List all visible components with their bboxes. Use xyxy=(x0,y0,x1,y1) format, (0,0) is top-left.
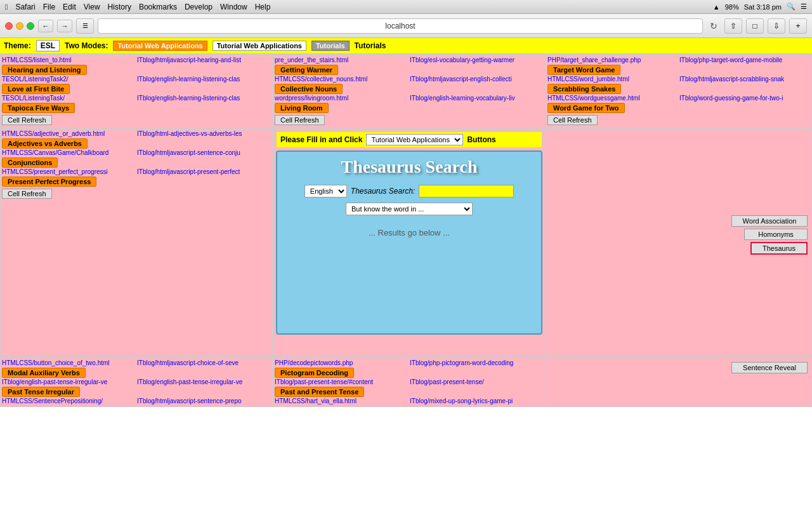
right-label-3: Word Game for Two xyxy=(547,102,810,114)
left2-link-2a[interactable]: HTMLCSS/Canvas/Game/Chalkboard xyxy=(2,149,136,156)
bot-mid-link-2a[interactable]: ITblog/past-present-tense/#content xyxy=(275,378,409,385)
left-link-1a[interactable]: HTMLCSS/listen_to.html xyxy=(2,57,136,64)
right-link-2a[interactable]: HTMLCSS/word_jumble.html xyxy=(547,76,678,83)
bookmarks-menu[interactable]: Bookmarks xyxy=(139,3,177,11)
bot-left-link-2a[interactable]: ITblog/english-past-tense-irregular-ve xyxy=(2,378,136,385)
bot-mid-row-3: HTMLCSS/hart_via_ella.html ITblog/mixed-… xyxy=(275,398,544,404)
theme-bar: Theme: ESL Two Modes: Tutorial Web Appli… xyxy=(0,38,812,54)
safari-menu[interactable]: Safari xyxy=(15,3,35,11)
develop-menu[interactable]: Develop xyxy=(185,3,213,11)
love-first-bite-btn[interactable]: Love at First Bite xyxy=(2,84,70,94)
download-button[interactable]: ⇩ xyxy=(768,18,785,34)
buttons-label: Buttons xyxy=(467,135,495,144)
menu-icon[interactable]: ☰ xyxy=(801,3,807,11)
right-refresh-btn[interactable]: Cell Refresh xyxy=(547,115,598,125)
living-room-btn[interactable]: Living Room xyxy=(275,103,329,113)
modes-value2[interactable]: Tutorial Web Applications xyxy=(213,41,306,51)
tapioca-btn[interactable]: Tapioca Five Ways xyxy=(2,103,75,113)
bot-mid-link-1b[interactable]: ITblog/php-pictogram-word-decoding xyxy=(410,359,544,366)
bot-left-row-2: ITblog/english-past-tense-irregular-ve I… xyxy=(2,378,271,385)
left2-label-3: Present Perfect Progress xyxy=(2,176,271,187)
left-link-2a[interactable]: TESOL/ListeningTask2/ xyxy=(2,76,136,83)
bot-mid-link-3b[interactable]: ITblog/mixed-up-song-lyrics-game-pi xyxy=(410,398,544,404)
bot-mid-row-2: ITblog/past-present-tense/#content ITblo… xyxy=(275,378,544,385)
minimize-button[interactable] xyxy=(16,22,23,30)
target-word-game-btn[interactable]: Target Word Game xyxy=(547,65,620,75)
address-bar[interactable]: localhost xyxy=(98,18,703,34)
back-button[interactable]: ← xyxy=(38,20,53,32)
reader-button[interactable]: ☰ xyxy=(76,18,94,34)
pictogram-decoding-btn[interactable]: Pictogram Decoding xyxy=(275,368,354,378)
left2-link-3b[interactable]: ITblog/htmljavascript-present-perfect xyxy=(137,168,271,175)
tutorials-btn[interactable]: Tutorials xyxy=(311,41,350,51)
bot-mid-link-2b[interactable]: ITblog/past-present-tense/ xyxy=(410,378,544,385)
mid-link-3a[interactable]: wordpress/livingroom.html xyxy=(275,95,409,102)
adjectives-adverbs-btn[interactable]: Adjectives vs Adverbs xyxy=(2,138,88,149)
past-tense-irregular-btn[interactable]: Past Tense Irregular xyxy=(2,387,80,397)
modes-value1[interactable]: Tutorial Web Applications xyxy=(113,41,207,51)
thesaurus-italic-label: Thesaurus Search: xyxy=(351,187,415,196)
present-perfect-btn[interactable]: Present Perfect Progress xyxy=(2,177,96,187)
hearing-listening-btn[interactable]: Hearing and Listening xyxy=(2,65,87,75)
word-game-two-btn[interactable]: Word Game for Two xyxy=(547,103,625,113)
maximize-button[interactable] xyxy=(27,22,34,30)
mid-link-2a[interactable]: HTMLCSS/collective_nouns.html xyxy=(275,76,409,83)
left-link-3b[interactable]: ITblog/english-learning-listening-clas xyxy=(137,95,271,102)
sentence-reveal-btn[interactable]: Sentence Reveal xyxy=(731,362,808,373)
left-refresh-btn[interactable]: Cell Refresh xyxy=(2,115,52,125)
mid-link-1b[interactable]: ITblog/esl-vocabulary-getting-warmer xyxy=(410,57,544,64)
conjunctions-btn[interactable]: Conjunctions xyxy=(2,157,58,168)
getting-warmer-btn[interactable]: Getting Warmer xyxy=(275,65,338,75)
word-association-btn[interactable]: Word Association xyxy=(731,215,808,227)
collective-nouns-btn[interactable]: Collective Nouns xyxy=(275,84,343,94)
bot-left-link-1a[interactable]: HTMLCSS/button_choice_of_two.html xyxy=(2,359,136,366)
help-menu[interactable]: Help xyxy=(255,3,271,11)
left2-link-2b[interactable]: ITblog/htmljavascript-sentence-conju xyxy=(137,149,271,156)
homonyms-btn[interactable]: Homonyms xyxy=(744,229,808,240)
forward-button[interactable]: → xyxy=(57,20,72,32)
edit-menu[interactable]: Edit xyxy=(63,3,76,11)
window-menu[interactable]: Window xyxy=(220,3,247,11)
past-present-tense-btn[interactable]: Past and Present Tense xyxy=(275,387,364,397)
search-icon[interactable]: 🔍 xyxy=(787,3,796,11)
view-menu[interactable]: View xyxy=(84,3,100,11)
page-content: Theme: ESL Two Modes: Tutorial Web Appli… xyxy=(0,38,812,508)
language-select[interactable]: English xyxy=(304,185,347,197)
mid-refresh-btn[interactable]: Cell Refresh xyxy=(275,115,325,125)
thesaurus-search-input[interactable] xyxy=(419,185,514,197)
know-word-select[interactable]: But know the word in ... xyxy=(346,203,473,215)
right-link-1b[interactable]: ITblog/php-target-word-game-mobile xyxy=(679,57,810,64)
left-link-2b[interactable]: ITblog/english-learning-listening-clas xyxy=(137,76,271,83)
share-button[interactable]: ⇧ xyxy=(724,18,742,34)
tutorial-dropdown[interactable]: Tutorial Web Applications xyxy=(366,134,463,145)
right-link-3b[interactable]: ITblog/word-guessing-game-for-two-i xyxy=(679,95,810,102)
mid-link-3b[interactable]: ITblog/english-learning-vocabulary-liv xyxy=(410,95,544,102)
bot-left-link-2b[interactable]: ITblog/english-past-tense-irregular-ve xyxy=(137,378,271,385)
left-link-3a[interactable]: TESOL/ListeningTask/ xyxy=(2,95,136,102)
sidebar-toggle[interactable]: + xyxy=(789,18,807,34)
bot-mid-link-3a[interactable]: HTMLCSS/hart_via_ella.html xyxy=(275,398,409,404)
left2-link-1b[interactable]: ITblog/html-adjectives-vs-adverbs-les xyxy=(137,130,271,137)
bot-left-link-3a[interactable]: HTMLCSS/SentencePrepositioning/ xyxy=(2,398,136,404)
history-menu[interactable]: History xyxy=(108,3,131,11)
modal-auxiliary-btn[interactable]: Modal Auxiliary Verbs xyxy=(2,368,86,378)
left2-link-1a[interactable]: HTMLCSS/adjective_or_adverb.html xyxy=(2,130,136,137)
mid-link-1a[interactable]: pre_under_the_stairs.html xyxy=(275,57,409,64)
left-link-1b[interactable]: ITblog/htmljavascript-hearing-and-list xyxy=(137,57,271,64)
right-link-1a[interactable]: PHP/target_share_challenge.php xyxy=(547,57,678,64)
bot-mid-link-1a[interactable]: PHP/decodepictowords.php xyxy=(275,359,409,366)
left2-link-3a[interactable]: HTMLCSS/present_perfect_progressi xyxy=(2,168,136,175)
thesaurus-btn[interactable]: Thesaurus xyxy=(750,242,808,255)
right-link-2b[interactable]: ITblog/htmljavascript-scrabbling-snak xyxy=(679,76,810,83)
mid-link-2b[interactable]: ITblog/htmljavascript-english-collecti xyxy=(410,76,544,83)
bot-left-link-1b[interactable]: ITblog/htmljavascript-choice-of-seve xyxy=(137,359,271,366)
left2-refresh-btn[interactable]: Cell Refresh xyxy=(2,189,52,199)
right-link-3a[interactable]: HTMLCSS/wordguessgame.html xyxy=(547,95,678,102)
scrabbling-snakes-btn[interactable]: Scrabbling Snakes xyxy=(547,84,621,94)
bot-left-link-3b[interactable]: ITblog/htmljavascript-sentence-prepo xyxy=(137,398,271,404)
reload-button[interactable]: ↻ xyxy=(707,19,721,33)
file-menu[interactable]: File xyxy=(43,3,55,11)
close-button[interactable] xyxy=(5,22,13,30)
new-tab-button[interactable]: □ xyxy=(746,18,764,34)
apple-menu[interactable]:  xyxy=(5,3,8,11)
